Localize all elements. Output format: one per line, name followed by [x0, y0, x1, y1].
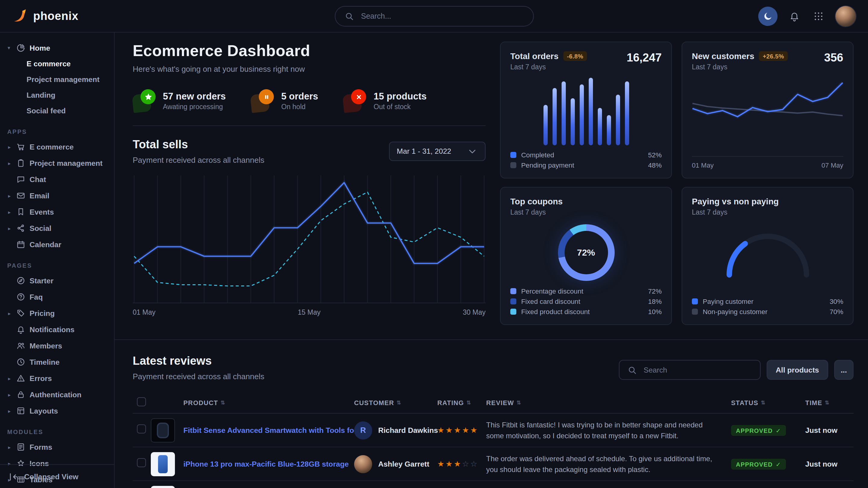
- sidebar-subitem-e-commerce[interactable]: E commerce: [0, 56, 114, 72]
- share-icon: [16, 224, 25, 233]
- sidebar-item-members[interactable]: Members: [0, 337, 114, 354]
- sidebar-subitem-social-feed[interactable]: Social feed: [0, 103, 114, 119]
- clipboard-icon: [16, 159, 25, 168]
- apps-grid-icon: [813, 10, 824, 22]
- sidebar-item-label: Events: [30, 208, 54, 216]
- theme-toggle-button[interactable]: [758, 6, 777, 26]
- user-avatar[interactable]: [835, 6, 856, 26]
- select-all-checkbox[interactable]: [137, 397, 146, 406]
- navbar-actions: [758, 6, 856, 26]
- date-range-value: Mar 1 - 31, 2022: [397, 147, 451, 156]
- legend-value: 10%: [648, 308, 662, 315]
- sidebar-item-calendar[interactable]: Calendar: [0, 236, 114, 253]
- product-thumbnail: [151, 418, 175, 442]
- column-header-product[interactable]: PRODUCT⇅: [151, 399, 354, 406]
- sidebar-item-social[interactable]: ▸Social: [0, 220, 114, 236]
- reviews-search-input[interactable]: [642, 365, 753, 375]
- sidebar-item-label: Forms: [30, 443, 52, 451]
- status-badge: APPROVED✓: [731, 459, 786, 470]
- divider: [133, 125, 486, 126]
- stat-value: 57 new orders: [163, 91, 226, 102]
- sort-icon: ⇅: [466, 399, 471, 405]
- stat-icon: [133, 89, 156, 112]
- product-link[interactable]: Fitbit Sense Advanced Smartwatch with To…: [183, 426, 354, 434]
- card-title: New customers: [692, 51, 754, 61]
- caret-right-icon: ▸: [7, 310, 12, 316]
- clock-icon: [16, 357, 25, 366]
- legend-swatch: [510, 162, 516, 168]
- column-header-customer[interactable]: CUSTOMER⇅: [354, 399, 437, 406]
- legend-label: Fixed card discount: [521, 298, 580, 305]
- date-range-select[interactable]: Mar 1 - 31, 2022: [389, 142, 486, 161]
- sidebar-item-label: Faq: [30, 293, 43, 301]
- top-coupons-card: Top coupons Last 7 days 72% Percentage d…: [500, 187, 672, 325]
- sidebar-item-faq[interactable]: Faq: [0, 289, 114, 305]
- bookmark-icon: [16, 207, 25, 217]
- users-icon: [16, 341, 25, 350]
- compass-icon: [16, 276, 25, 285]
- stats-row: 57 new ordersAwating processing5 ordersO…: [133, 89, 486, 112]
- notifications-button[interactable]: [787, 9, 802, 23]
- row-checkbox[interactable]: [137, 458, 146, 467]
- card-period: Last 7 days: [510, 63, 587, 70]
- collapsed-view-button[interactable]: Collapsed View: [0, 464, 114, 488]
- sort-icon: ⇅: [516, 399, 521, 405]
- review-time: Just now: [805, 460, 854, 468]
- sidebar-item-label: Layouts: [30, 406, 58, 415]
- sidebar-item-pricing[interactable]: ▸Pricing: [0, 305, 114, 321]
- review-time: Just now: [805, 426, 854, 434]
- sidebar-section-label: APPS: [7, 128, 114, 135]
- top-coupons-donut-chart: 72%: [558, 224, 614, 281]
- card-period: Last 7 days: [692, 63, 788, 70]
- brand-logo[interactable]: phoenix: [12, 8, 79, 24]
- sidebar-item-chat[interactable]: Chat: [0, 171, 114, 188]
- sidebar-section-label: MODULES: [7, 429, 114, 435]
- legend-label: Pending payment: [521, 162, 574, 169]
- sidebar-item-home[interactable]: ▸Home: [0, 40, 114, 56]
- sidebar-item-events[interactable]: ▸Events: [0, 204, 114, 220]
- sort-icon: ⇅: [761, 399, 766, 405]
- sidebar-item-notifications[interactable]: Notifications: [0, 321, 114, 337]
- sidebar-item-label: Errors: [30, 374, 52, 383]
- sidebar-item-errors[interactable]: ▸Errors: [0, 370, 114, 386]
- apps-menu-button[interactable]: [811, 9, 826, 23]
- review-row: [133, 481, 854, 488]
- reviews-subtitle: Payment received across all channels: [133, 372, 264, 381]
- column-header-review[interactable]: REVIEW⇅: [486, 399, 731, 406]
- caret-right-icon: ▸: [7, 144, 12, 150]
- product-link[interactable]: iPhone 13 pro max-Pacific Blue-128GB sto…: [183, 460, 349, 468]
- review-row: Fitbit Sense Advanced Smartwatch with To…: [133, 414, 854, 447]
- sidebar-item-email[interactable]: ▸Email: [0, 188, 114, 204]
- sidebar-subitem-landing[interactable]: Landing: [0, 88, 114, 103]
- total-orders-card: Total orders -6.8% Last 7 days 16,247 Co…: [500, 42, 672, 178]
- stat-5-orders: 5 ordersOn hold: [251, 89, 318, 112]
- review-text: The order was delivered ahead of schedul…: [486, 453, 731, 475]
- moon-icon: [763, 10, 773, 22]
- sort-icon: ⇅: [825, 399, 829, 405]
- row-checkbox[interactable]: [137, 424, 146, 433]
- sidebar-item-authentication[interactable]: ▸Authentication: [0, 386, 114, 403]
- sidebar-item-forms[interactable]: ▸Forms: [0, 439, 114, 455]
- more-options-button[interactable]: ...: [834, 360, 854, 380]
- bell-icon: [789, 10, 800, 22]
- sort-icon: ⇅: [220, 399, 225, 405]
- rating-stars: ★★★★★: [437, 426, 486, 435]
- sidebar-item-starter[interactable]: Starter: [0, 272, 114, 289]
- pause-solid: [259, 89, 274, 104]
- column-header-rating[interactable]: RATING⇅: [437, 399, 486, 406]
- global-search-input[interactable]: [360, 11, 525, 21]
- sidebar-item-label: Pricing: [30, 309, 55, 317]
- all-products-button[interactable]: All products: [767, 360, 828, 380]
- caret-right-icon: ▸: [7, 225, 12, 231]
- sidebar-subitem-project-management[interactable]: Project management: [0, 72, 114, 88]
- x-axis-label: 01 May: [692, 162, 714, 169]
- sidebar-item-e-commerce[interactable]: ▸E commerce: [0, 139, 114, 155]
- column-header-status[interactable]: STATUS⇅: [731, 399, 805, 406]
- caret-down-icon: ▸: [6, 45, 12, 51]
- column-header-time[interactable]: TIME⇅: [805, 399, 854, 406]
- sidebar-item-timeline[interactable]: Timeline: [0, 354, 114, 370]
- customer-name: Ashley Garrett: [378, 460, 430, 468]
- rating-stars: ★★★☆☆: [437, 459, 486, 468]
- sidebar-item-layouts[interactable]: ▸Layouts: [0, 403, 114, 419]
- sidebar-item-project-management[interactable]: ▸Project management: [0, 155, 114, 171]
